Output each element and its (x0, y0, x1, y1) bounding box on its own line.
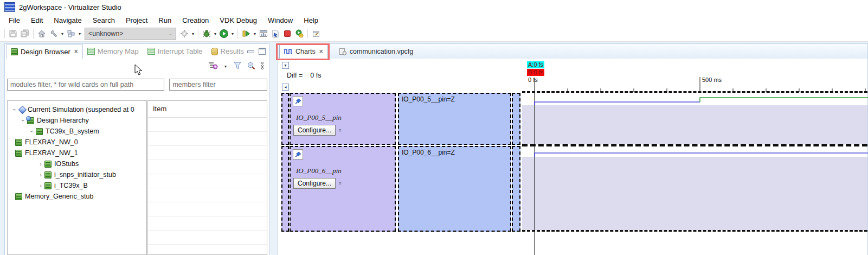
toolbar-separator (198, 29, 198, 39)
chart-menu-dropdown-button[interactable]: ▾ (282, 62, 289, 69)
tree-item-flexray-nw-1[interactable]: FLEXRAY_NW_1 (8, 148, 146, 158)
external-tools-dropdown-icon[interactable]: ▾ (190, 31, 196, 36)
tab-charts[interactable]: Charts × (279, 44, 328, 59)
home-icon[interactable] (36, 28, 48, 40)
cursor-a-flag[interactable]: A:0 fs (527, 61, 544, 68)
new-window-icon[interactable] (65, 28, 77, 40)
tab-label: communication.vpcfg (350, 48, 413, 55)
configure-dropdown-icon[interactable]: ▿ (339, 127, 342, 133)
configure-dropdown-icon[interactable]: ▿ (339, 181, 342, 186)
tab-design-browser[interactable]: Design Browser × (6, 44, 83, 59)
configure-button[interactable]: Configure... (293, 125, 336, 136)
menu-help[interactable]: Help (298, 15, 324, 25)
view-menu-kebab-icon[interactable] (260, 61, 265, 72)
menu-window[interactable]: Window (262, 15, 298, 25)
charts-view-icon[interactable] (258, 28, 269, 40)
row-2-value-cell[interactable]: IO_P00_6__pin=Z (398, 146, 511, 232)
tab-results[interactable]: Results (207, 44, 248, 59)
configure-button[interactable]: Configure... (293, 178, 336, 189)
chevron-collapsed-icon[interactable]: › (37, 171, 44, 178)
cursor-diff-readout: Diff =0 fs (287, 72, 321, 79)
modules-filter-input[interactable] (7, 79, 164, 91)
item-table: Item (147, 100, 267, 255)
chevron-collapsed-icon[interactable]: › (37, 161, 44, 167)
tab-interrupt-table[interactable]: Interrupt Table (143, 44, 207, 59)
tab-communication-vpcfg[interactable]: communication.vpcfg (335, 44, 417, 59)
signal-name: IO_P00_5__pin (296, 113, 342, 122)
row-2-signal-cell[interactable]: IO_P00_6__pin Configure... ▿ (290, 146, 396, 232)
run-dropdown-icon[interactable]: ▾ (230, 31, 235, 36)
tree-item-iostubs[interactable]: › IOStubs (8, 158, 146, 169)
menu-edit[interactable]: Edit (25, 15, 48, 25)
external-tools-gear-icon[interactable] (178, 28, 190, 40)
run-icon[interactable] (218, 28, 230, 40)
scroll-left-button[interactable]: ◂ (282, 84, 289, 91)
launch-config-combo[interactable]: <unknown> ⌄ (85, 28, 176, 40)
tree-item-label: Current Simulation (suspended at 0 (28, 106, 134, 113)
tab-memory-map[interactable]: Memory Map (83, 44, 143, 59)
run-last-icon[interactable] (240, 28, 252, 40)
row-1-signal-cell[interactable]: IO_P00_5__pin Configure... ▿ (290, 93, 396, 145)
tree-settings-icon[interactable] (208, 61, 218, 72)
row-2-value-strip[interactable] (512, 146, 520, 232)
build-hammer-icon[interactable] (48, 28, 60, 40)
menu-run[interactable]: Run (153, 15, 177, 25)
save-icon[interactable] (7, 28, 19, 40)
wave-row-2-fill (522, 157, 867, 230)
save-all-icon[interactable] (19, 28, 31, 40)
tree-item-current-simulation[interactable]: › Current Simulation (suspended at 0 (8, 104, 146, 115)
vpcfg-file-icon (339, 48, 347, 55)
wave-row-top-border (522, 91, 867, 93)
menu-project[interactable]: Project (120, 15, 153, 25)
design-browser-icon (11, 48, 18, 55)
menu-vdk-debug[interactable]: VDK Debug (214, 15, 262, 25)
wave-row-separator (522, 144, 867, 146)
tree-item-label: TC39x_B_system (46, 127, 99, 135)
menu-navigate[interactable]: Navigate (48, 15, 87, 25)
tree-item-flexray-nw-0[interactable]: FLEXRAY_NW_0 (8, 137, 146, 148)
signal-value: IO_P00_6__pin=Z (402, 149, 455, 156)
wave-row-bottom-border (522, 230, 867, 232)
build-project-icon[interactable] (269, 28, 281, 40)
charts-view[interactable]: ▾ Diff =0 fs ◂ A:0 fs B:0 fs 0 fs 500 ms… (278, 59, 867, 255)
tree-item-i-tc39x-b[interactable]: › i_TC39x_B (8, 180, 146, 191)
cursor-b-flag[interactable]: B:0 fs (527, 69, 544, 76)
tree-item-design-hierarchy[interactable]: › Design Hierarchy (8, 115, 146, 126)
new-window-dropdown-icon[interactable]: ▾ (77, 31, 82, 36)
chevron-expanded-icon[interactable]: › (29, 127, 35, 135)
debug-dropdown-icon[interactable]: ▾ (213, 31, 218, 36)
pin-button[interactable] (293, 96, 303, 106)
toolbar-separator (307, 29, 308, 39)
row-1-value-strip[interactable] (512, 93, 520, 145)
menu-creation[interactable]: Creation (177, 15, 214, 25)
run-history-icon[interactable] (293, 28, 305, 40)
tab-label: Memory Map (98, 47, 139, 55)
diff-label: Diff = (287, 72, 303, 79)
debug-bug-icon[interactable] (201, 28, 213, 40)
tree-item-tc39x-b-system[interactable]: › TC39x_B_system (8, 126, 146, 137)
workbench: Design Browser × Memory Map Interrupt Ta… (0, 42, 868, 255)
new-note-icon[interactable] (310, 28, 322, 40)
tree-item-i-snps-initiator-stub[interactable]: › i_snps_initiator_stub (8, 169, 146, 180)
run-last-dropdown-icon[interactable]: ▾ (252, 31, 258, 36)
menu-search[interactable]: Search (87, 15, 120, 25)
zoom-search-icon[interactable] (247, 61, 255, 72)
close-icon[interactable]: × (74, 48, 78, 55)
pin-button[interactable] (293, 149, 303, 160)
members-filter-input[interactable] (169, 79, 267, 91)
tree-settings-dropdown-icon[interactable]: ▾ (223, 64, 228, 69)
chevron-expanded-icon[interactable]: › (11, 106, 18, 113)
maximize-panel-icon[interactable] (259, 48, 266, 55)
chevron-collapsed-icon[interactable]: › (37, 182, 44, 189)
close-icon[interactable]: × (319, 48, 323, 55)
row-1-value-cell[interactable]: IO_P00_5__pin=Z (398, 93, 511, 145)
filter-funnel-icon[interactable] (233, 61, 242, 72)
minimize-panel-icon[interactable] (247, 50, 254, 53)
terminate-stop-icon[interactable] (281, 28, 293, 40)
row-2-handle-strip[interactable] (281, 146, 289, 232)
tree-item-memory-generic-stub[interactable]: Memory_Generic_stub (8, 191, 146, 202)
menu-file[interactable]: File (3, 15, 25, 25)
build-dropdown-icon[interactable]: ▾ (60, 31, 65, 36)
row-1-handle-strip[interactable] (281, 93, 289, 145)
tab-label: Results (221, 47, 244, 55)
